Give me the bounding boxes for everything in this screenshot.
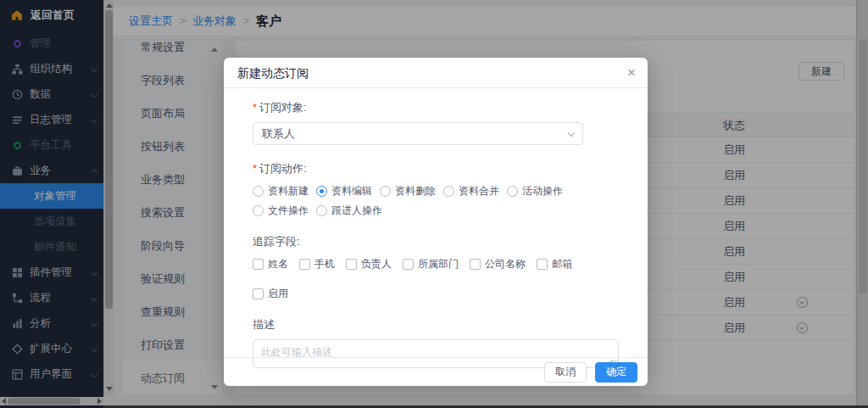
- checkbox-icon[interactable]: [403, 259, 414, 270]
- checkbox-icon[interactable]: [253, 259, 264, 270]
- radio-label: 资料合并: [459, 183, 499, 198]
- subscribe-action-radio-option[interactable]: 资料删除: [380, 183, 436, 198]
- enable-field: 启用: [253, 286, 619, 301]
- checkbox-icon[interactable]: [346, 259, 357, 270]
- app-root: 返回首页 管理组织结构数据日志管理平台工具业务对象管理选项值集邮件通知插件管理流…: [0, 0, 868, 408]
- track-field-checkbox-option[interactable]: 公司名称: [470, 256, 526, 271]
- checkbox-icon[interactable]: [537, 259, 548, 270]
- modal-footer: 取消 确定: [224, 357, 648, 386]
- subscribe-action-radio-option[interactable]: 跟进人操作: [316, 203, 382, 218]
- radio-label: 活动操作: [522, 183, 563, 198]
- enable-checkbox-option[interactable]: 启用: [253, 286, 611, 301]
- subscribe-action-radio-group: 资料新建资料编辑资料删除资料合并活动操作文件操作跟进人操作: [253, 183, 619, 218]
- track-fields-label: 追踪字段:: [253, 234, 619, 249]
- chevron-down-icon: [568, 130, 575, 137]
- confirm-button[interactable]: 确定: [595, 362, 637, 383]
- radio-icon[interactable]: [507, 186, 518, 197]
- track-field-checkbox-option[interactable]: 手机: [299, 256, 335, 271]
- track-field-checkbox-option[interactable]: 负责人: [346, 256, 392, 271]
- checkbox-label: 所属部门: [418, 256, 459, 271]
- close-icon[interactable]: ×: [627, 58, 636, 88]
- checkbox-label: 姓名: [268, 256, 288, 271]
- radio-label: 资料编辑: [331, 183, 372, 198]
- subscribe-object-label: *订阅对象:: [253, 100, 619, 115]
- enable-label: 启用: [268, 286, 288, 301]
- required-mark: *: [253, 101, 257, 114]
- track-field-checkbox-option[interactable]: 所属部门: [403, 256, 459, 271]
- subscribe-action-radio-option[interactable]: 资料新建: [253, 183, 309, 198]
- radio-checked-icon[interactable]: [316, 186, 327, 197]
- radio-label: 文件操作: [268, 203, 309, 218]
- subscribe-object-select[interactable]: 联系人: [253, 122, 583, 145]
- cancel-button[interactable]: 取消: [544, 362, 587, 383]
- radio-label: 资料新建: [268, 183, 309, 198]
- radio-icon[interactable]: [380, 186, 391, 197]
- description-label: 描述: [253, 317, 619, 333]
- subscribe-action-radio-option[interactable]: 资料合并: [443, 183, 499, 198]
- radio-label: 资料删除: [395, 183, 436, 198]
- required-mark: *: [253, 162, 257, 175]
- subscribe-action-field: *订阅动作: 资料新建资料编辑资料删除资料合并活动操作文件操作跟进人操作: [253, 161, 619, 218]
- checkbox-label: 负责人: [361, 256, 392, 271]
- radio-icon[interactable]: [316, 205, 327, 216]
- subscribe-action-radio-option[interactable]: 资料编辑: [316, 183, 372, 198]
- radio-icon[interactable]: [443, 186, 454, 197]
- checkbox-icon[interactable]: [470, 259, 481, 270]
- checkbox-icon[interactable]: [299, 259, 310, 270]
- track-fields-checkbox-group: 姓名手机负责人所属部门公司名称邮箱: [253, 256, 619, 271]
- radio-icon[interactable]: [253, 186, 264, 197]
- checkbox-label: 公司名称: [485, 256, 526, 271]
- subscribe-action-label: *订阅动作:: [253, 161, 619, 176]
- track-fields-field: 追踪字段: 姓名手机负责人所属部门公司名称邮箱: [253, 234, 619, 271]
- subscribe-object-value: 联系人: [262, 127, 295, 140]
- checkbox-label: 邮箱: [552, 256, 572, 271]
- radio-label: 跟进人操作: [331, 203, 382, 218]
- modal-header: 新建动态订阅 ×: [224, 58, 648, 88]
- track-field-checkbox-option[interactable]: 邮箱: [537, 256, 572, 271]
- modal-title: 新建动态订阅: [237, 66, 309, 80]
- new-dynamic-subscription-modal: 新建动态订阅 × *订阅对象: 联系人 *订阅动作: 资料新建资料编辑资料删除资…: [224, 58, 648, 386]
- subscribe-action-radio-option[interactable]: 活动操作: [507, 183, 563, 198]
- checkbox-icon[interactable]: [253, 288, 264, 299]
- modal-body: *订阅对象: 联系人 *订阅动作: 资料新建资料编辑资料删除资料合并活动操作文件…: [224, 88, 648, 368]
- track-field-checkbox-option[interactable]: 姓名: [253, 256, 288, 271]
- subscribe-action-radio-option[interactable]: 文件操作: [253, 203, 309, 218]
- radio-icon[interactable]: [253, 205, 264, 216]
- subscribe-object-field: *订阅对象: 联系人: [253, 100, 619, 145]
- checkbox-label: 手机: [314, 256, 335, 271]
